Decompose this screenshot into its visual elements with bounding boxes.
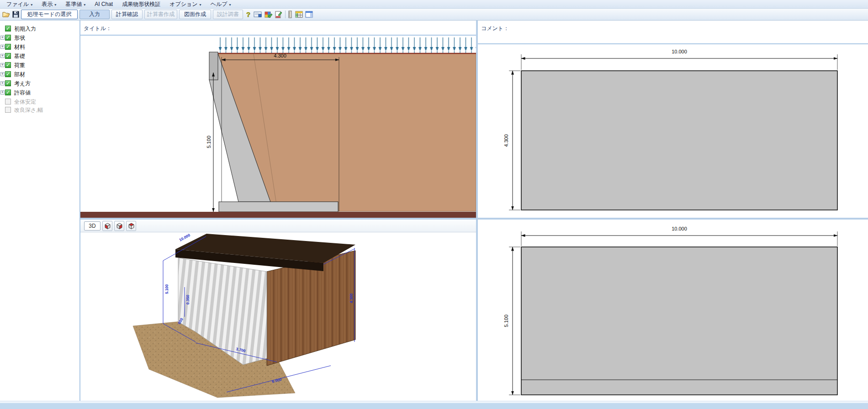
step-tab-report-create: 計算書作成 <box>144 10 177 19</box>
table-edit-button[interactable] <box>264 10 273 19</box>
menu-item-file[interactable]: ファイル <box>2 0 37 9</box>
open-file-button[interactable] <box>1 10 11 19</box>
checkbox[interactable] <box>5 53 11 59</box>
open-icon <box>2 11 10 18</box>
menu-item-standards[interactable]: 基準値 <box>61 0 90 9</box>
tip-envelope-icon <box>254 11 262 17</box>
menu-item-view[interactable]: 表示 <box>37 0 61 9</box>
tree-item-approach[interactable]: 考え方 <box>0 79 79 88</box>
save-icon <box>12 11 19 18</box>
tree-item-foundation[interactable]: 基礎 <box>0 52 79 61</box>
cube-view-top-button[interactable] <box>126 221 136 231</box>
tree-item-material[interactable]: 材料 <box>0 42 79 52</box>
tree-item-initial-input[interactable]: 初期入力 <box>0 24 79 33</box>
3d-viewport[interactable]: 10.000 5.100 0.350 600 3.700 6.000 4.300 <box>80 232 476 400</box>
panel-cross-section: タイトル： <box>80 21 476 218</box>
svg-text:4.300: 4.300 <box>349 293 354 303</box>
plan-rect-top <box>521 71 837 210</box>
workspace: タイトル： <box>80 21 868 401</box>
report-edit-button[interactable] <box>274 10 283 19</box>
tree-item-member[interactable]: 部材 <box>0 70 79 79</box>
cube-front-red-icon <box>116 222 123 230</box>
dim-height-label: 5.100 <box>206 136 212 148</box>
tree-item-allowable[interactable]: 許容値 <box>0 88 79 97</box>
title-panel-header: タイトル： <box>80 21 476 36</box>
save-button[interactable] <box>11 10 20 19</box>
cube-view-front-button[interactable] <box>114 221 124 231</box>
svg-text:10.000: 10.000 <box>178 233 191 242</box>
step-tab-calc-check[interactable]: 計算確認 <box>111 10 143 19</box>
expand-plus-icon[interactable] <box>0 36 5 40</box>
menu-item-ai-chat[interactable]: AI Chat <box>90 0 117 9</box>
step-tab-drawing-create[interactable]: 図面作成 <box>179 10 211 19</box>
svg-text:?: ? <box>246 10 250 18</box>
dim-length-bottom <box>521 231 837 246</box>
cube-top-red-icon <box>127 222 135 230</box>
checkbox[interactable] <box>5 71 11 77</box>
expand-plus-icon[interactable] <box>0 90 5 94</box>
tree-item-shape[interactable]: 形状 <box>0 33 79 42</box>
dim-length-label-bottom: 10.000 <box>672 226 687 231</box>
svg-text:5.100: 5.100 <box>164 284 169 294</box>
sidebar-tree: 初期入力 形状 材料 基礎 荷重 部材 考え方 許容値 全体安定 改良深さ,幅 <box>0 21 80 401</box>
cube-left-red-icon <box>104 222 111 230</box>
expand-plus-icon[interactable] <box>0 81 5 85</box>
window-bottom-edge <box>0 401 868 409</box>
expand-plus-icon[interactable] <box>0 54 5 58</box>
chevron-down-icon <box>29 1 32 7</box>
cube-view-left-button[interactable] <box>102 221 112 231</box>
help-button[interactable]: ? <box>244 10 253 19</box>
toolbar-separator <box>285 10 286 18</box>
dim-height-bottom <box>509 247 520 395</box>
tree-item-improvement-depth-width: 改良深さ,幅 <box>0 105 79 115</box>
step-tab-input[interactable]: 入力 <box>79 10 110 19</box>
panel-3d-view: 3D <box>80 220 476 401</box>
distributed-load-arrows <box>219 37 476 53</box>
layout-window-icon <box>305 11 313 18</box>
chevron-down-icon <box>82 1 85 7</box>
checkbox <box>5 99 11 105</box>
expand-plus-icon[interactable] <box>0 45 5 49</box>
cross-section-drawing[interactable]: 4.300 5.100 <box>80 36 476 218</box>
svg-text:0.350: 0.350 <box>185 294 190 304</box>
ruler-icon <box>288 10 292 18</box>
dim-height-label-bottom: 5.100 <box>503 315 509 327</box>
dim-height-left <box>509 71 520 210</box>
menu-bar: ファイル 表示 基準値 AI Chat 成果物形状検証 オプション ヘルプ <box>0 0 868 9</box>
checkbox <box>5 107 11 113</box>
expand-plus-icon[interactable] <box>0 63 5 67</box>
table-view-button[interactable] <box>294 10 303 19</box>
3d-mode-button[interactable]: 3D <box>84 221 101 231</box>
dim-length-top <box>521 54 837 70</box>
elevation-view[interactable]: 10.000 5.100 <box>478 220 868 401</box>
dim-length-label: 10.000 <box>672 49 687 54</box>
dim-height-label-top: 4.300 <box>503 134 509 147</box>
base-ground-strip <box>80 212 476 218</box>
checkbox[interactable] <box>5 26 11 31</box>
help-icon: ? <box>245 10 252 18</box>
checkbox[interactable] <box>5 44 11 50</box>
ruler-button[interactable] <box>287 10 293 19</box>
panel-comment: コメント： 10.000 <box>478 21 868 218</box>
checkbox[interactable] <box>5 62 11 68</box>
comment-panel-header: コメント： <box>478 21 868 44</box>
app-window: ファイル 表示 基準値 AI Chat 成果物形状検証 オプション ヘルプ 処理… <box>0 0 868 409</box>
3d-toolbar: 3D <box>80 220 476 232</box>
chevron-down-icon <box>227 1 231 7</box>
checkbox[interactable] <box>5 80 11 86</box>
layout-view-button[interactable] <box>304 10 313 19</box>
checkbox[interactable] <box>5 89 11 95</box>
checkbox[interactable] <box>5 35 11 41</box>
chevron-down-icon <box>198 1 201 7</box>
menu-item-deliverable-shape-check[interactable]: 成果物形状検証 <box>117 0 165 9</box>
menu-item-options[interactable]: オプション <box>165 0 206 9</box>
toolbar: 処理モードの選択 入力 計算確認 計算書作成 図面作成 設計調書 ? <box>0 9 868 21</box>
menu-item-help[interactable]: ヘルプ <box>206 0 236 9</box>
chevron-down-icon <box>53 1 56 7</box>
tree-item-load[interactable]: 荷重 <box>0 61 79 70</box>
hint-button[interactable] <box>253 10 262 19</box>
table-edit-icon <box>265 11 273 18</box>
expand-plus-icon[interactable] <box>0 72 5 76</box>
mode-select-button[interactable]: 処理モードの選択 <box>21 10 78 19</box>
plan-view-top[interactable]: 10.000 4.300 <box>478 44 868 217</box>
